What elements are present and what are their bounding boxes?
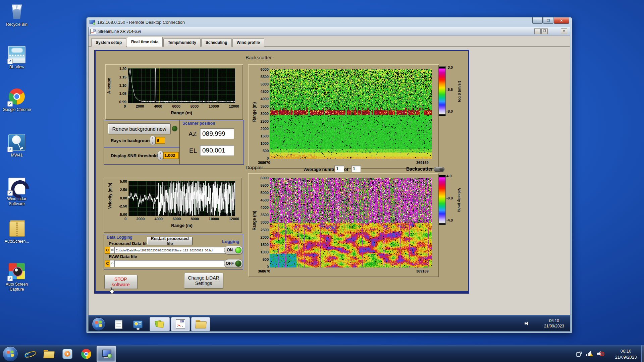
average-count-field[interactable]: 1 bbox=[351, 166, 361, 172]
axis-tick: -0.0 bbox=[446, 196, 453, 200]
icon-label: Google Chrome bbox=[0, 107, 34, 112]
rdp-maximize-button[interactable]: ❐ bbox=[543, 17, 553, 24]
axis-tick: 8000 bbox=[191, 217, 199, 221]
remote-clock[interactable]: 06:1021/09/2023 bbox=[539, 318, 569, 329]
axis-tick: 1.20 bbox=[119, 67, 126, 71]
rays-spinner[interactable]: ▲▼ bbox=[150, 136, 155, 145]
remote-start-button[interactable] bbox=[92, 317, 105, 331]
ascope-y-axis: 1.201.151.101.050.99 bbox=[114, 67, 126, 104]
remote-tray-volume-icon[interactable] bbox=[525, 321, 530, 326]
restart-processed-file-button[interactable]: Restart processed file bbox=[147, 237, 193, 245]
remote-taskbar-explorer[interactable] bbox=[191, 317, 210, 331]
desktop-icon-recycle-bin[interactable]: Recycle Bin bbox=[0, 3, 34, 27]
rdp-icon bbox=[90, 20, 95, 25]
host-taskbar-chrome[interactable] bbox=[78, 348, 95, 360]
tab-real-time-data[interactable]: Real time data bbox=[127, 37, 163, 47]
tab-scheduling[interactable]: Scheduling bbox=[201, 38, 232, 47]
logging-label: Logging bbox=[222, 239, 239, 244]
app-close-button[interactable]: ✕ bbox=[561, 28, 567, 34]
rdp-minimize-button[interactable]: – bbox=[532, 17, 543, 24]
processed-data-file-label: Processed Data file bbox=[109, 241, 149, 246]
processed-drive-selector[interactable]: C bbox=[105, 247, 110, 254]
axis-tick: 5000 bbox=[261, 191, 269, 195]
streamline-xr-icon: XR bbox=[176, 319, 185, 329]
zip-folder-icon bbox=[9, 220, 24, 236]
remote-taskbar-control-panel[interactable] bbox=[131, 319, 144, 329]
ascope-y-label: A-scope bbox=[101, 82, 114, 88]
remote-taskbar-sticky-notes[interactable] bbox=[150, 317, 170, 331]
axis-tick: 4000 bbox=[261, 206, 269, 209]
snr-value[interactable]: 1.002 bbox=[163, 152, 179, 159]
processed-data-file-path[interactable]: C:\Lidar\Data\Proc\2023\202309\20230921\… bbox=[114, 247, 227, 254]
icon-label: Auto Screen Capture bbox=[0, 282, 34, 292]
chrome-icon bbox=[81, 349, 91, 359]
scanner-position-box: Scanner position AZ 089.999 EL 090.001 bbox=[179, 120, 244, 165]
host-taskbar-media-player[interactable] bbox=[59, 348, 76, 360]
doppler-x-start: 368670 bbox=[258, 269, 270, 273]
remote-taskbar-streamline-xr[interactable]: XR bbox=[171, 317, 190, 331]
host-tray-power-icon[interactable] bbox=[576, 352, 582, 356]
axis-tick: 12000 bbox=[229, 217, 239, 221]
remote-taskbar-notepad[interactable] bbox=[113, 319, 125, 329]
average-number-field[interactable]: 1 bbox=[334, 166, 344, 172]
renew-background-button[interactable]: Renew background now bbox=[108, 123, 170, 134]
axis-tick: 4000 bbox=[154, 105, 162, 108]
off-lamp-icon bbox=[235, 260, 241, 267]
desktop-icon-wind-lidar-software[interactable]: ↗ Wind Lidar Software bbox=[0, 177, 34, 206]
app-maximize-button[interactable]: ❐ bbox=[541, 28, 548, 34]
doppler-colorbar-ticks: 4.0-0.0-4.0 bbox=[446, 174, 457, 222]
host-tray-volume-muted-icon[interactable] bbox=[597, 351, 602, 356]
desktop-icon-auto-screen-capture[interactable]: ↗ Auto Screen Capture bbox=[0, 262, 34, 292]
host-start-button[interactable] bbox=[3, 346, 18, 362]
axis-tick: 500 bbox=[263, 149, 269, 153]
app-minimize-button[interactable]: – bbox=[534, 28, 541, 34]
shortcut-arrow-icon: ↗ bbox=[7, 59, 13, 64]
axis-tick: 3500 bbox=[261, 105, 269, 108]
axis-tick: 8000 bbox=[191, 105, 199, 108]
host-tray-network-icon[interactable] bbox=[586, 351, 592, 356]
axis-tick: 4500 bbox=[261, 198, 269, 202]
tab-bar: System setup Real time data Temp/humidit… bbox=[91, 37, 265, 47]
host-taskbar-explorer[interactable] bbox=[40, 348, 57, 360]
axis-tick: 2000 bbox=[261, 127, 269, 131]
host-taskbar-internet-explorer[interactable]: e bbox=[21, 348, 38, 360]
snr-spinner[interactable]: ▲▼ bbox=[158, 151, 163, 160]
processed-logging-toggle-on[interactable]: ON bbox=[224, 246, 243, 254]
desktop-icon-google-chrome[interactable]: ↗ Google Chrome bbox=[0, 88, 34, 112]
rays-value[interactable]: 8 bbox=[155, 137, 165, 144]
tab-temp-humidity[interactable]: Temp/humidity bbox=[163, 38, 200, 47]
az-value: 089.999 bbox=[200, 128, 234, 139]
desktop-icon-bl-view[interactable]: ↗ BL-View bbox=[0, 45, 34, 70]
shortcut-arrow-icon: ↗ bbox=[7, 147, 13, 152]
raw-drive-selector[interactable]: C bbox=[105, 260, 110, 267]
rdp-titlebar[interactable]: 192.168.0.150 - Remote Desktop Connectio… bbox=[87, 17, 572, 27]
desktop-icon-mw41[interactable]: ↗ MW41 bbox=[0, 133, 34, 158]
rdp-close-button[interactable]: ✕ bbox=[554, 17, 569, 24]
backscatter-doppler-toggle[interactable] bbox=[434, 167, 444, 172]
show-desktop-button[interactable] bbox=[641, 345, 644, 362]
velocity-x-axis: 020004000600080001000012000 bbox=[124, 217, 239, 221]
tab-system-setup[interactable]: System setup bbox=[91, 38, 126, 47]
windows-flag-icon bbox=[95, 321, 102, 327]
axis-tick: 2000 bbox=[261, 236, 269, 239]
change-lidar-settings-button[interactable]: Change LiDAR Settings bbox=[184, 273, 223, 288]
windows-flag-icon bbox=[7, 351, 14, 357]
host-clock[interactable]: 06:1021/09/2023 bbox=[610, 348, 641, 360]
desktop-icon-autoscreen-zip[interactable]: AutoScreen... bbox=[0, 220, 34, 244]
raw-logging-toggle-off[interactable]: OFF bbox=[224, 259, 243, 268]
host-taskbar-remote-desktop[interactable] bbox=[97, 346, 116, 362]
axis-tick: 3000 bbox=[261, 112, 269, 116]
axis-tick: 4500 bbox=[261, 90, 269, 94]
processed-browse-icon[interactable]: 🗀 bbox=[110, 247, 115, 254]
raw-data-file-path[interactable] bbox=[114, 260, 227, 267]
axis-tick: 3500 bbox=[261, 213, 269, 217]
backscatter-graph-frame: 6000550050004500400035003000250020001500… bbox=[248, 64, 439, 169]
axis-tick: 5.00 bbox=[120, 180, 127, 183]
doppler-colorbar bbox=[438, 175, 446, 225]
app-titlebar[interactable]: StreamLine XR v14-6.vi bbox=[89, 27, 570, 36]
control-panel-icon bbox=[133, 320, 143, 328]
snr-threshold-box: Display SNR threshold ▲▼ 1.002 bbox=[104, 147, 180, 165]
tab-wind-profile[interactable]: Wind profile bbox=[232, 38, 264, 47]
data-logging-box: Data Logging Processed Data file Restart… bbox=[104, 234, 243, 269]
raw-browse-icon[interactable]: 🗀 bbox=[110, 260, 115, 267]
